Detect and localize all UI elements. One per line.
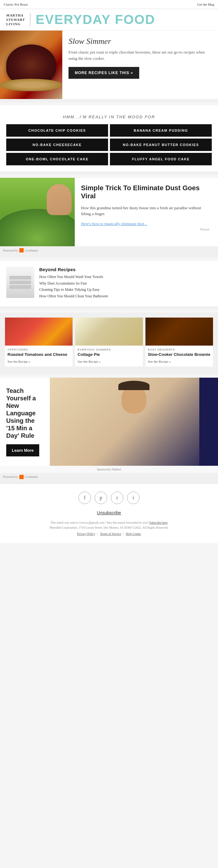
footer-separator-2: | (123, 532, 125, 535)
divider-1 (0, 99, 218, 102)
lang-ad-inner: Teach Yourself a New Language Using the … (0, 378, 218, 466)
recipe-3-link[interactable]: See the Recipe » (148, 360, 171, 363)
liveintent-brand-2: LiveIntent (25, 475, 38, 478)
recipe-3-category: EASY DESSERTS (148, 348, 211, 351)
instagram-icon[interactable]: i (127, 492, 139, 504)
logo-line3: LIVING (6, 22, 25, 26)
mood-btn-banana-cream[interactable]: BANANA CREAM PUDDING (110, 124, 212, 137)
recipe-card-2: EVERYDAY DINNERS Cottage Pie See the Rec… (75, 317, 143, 367)
beyond-link-3[interactable]: Cleaning Tips to Make Tidying Up Easy (39, 287, 212, 292)
divider-6 (0, 481, 218, 484)
mood-section: HMM...I'M REALLY IN THE MOOD FOR CHOCOLA… (0, 105, 218, 172)
woman-face-visual (115, 381, 153, 428)
divider-4 (0, 306, 218, 309)
recipe-2-name: Cottage Pie (77, 352, 140, 357)
towel-stripe-1 (9, 276, 31, 280)
beyond-link-4[interactable]: How Often You Should Clean Your Bathroom (39, 294, 212, 299)
recipe-2-link[interactable]: See the Recipe » (77, 360, 101, 363)
footer-separator-1: | (97, 532, 99, 535)
lang-ad-section: Teach Yourself a New Language Using the … (0, 378, 218, 473)
ad-section-1: Simple Trick To Eliminate Dust Goes Vira… (0, 178, 218, 246)
liveintent-brand-1: LiveIntent (25, 249, 38, 252)
mood-btn-one-bowl[interactable]: ONE-BOWL CHOCOLATE CAKE (6, 153, 108, 165)
navy-bg (199, 378, 218, 466)
face-bang (121, 384, 146, 390)
ad1-image (0, 178, 75, 246)
powered-by-bar-1: Powered by LiveIntent (0, 246, 218, 254)
dessert-image (146, 317, 213, 346)
beyond-content: Beyond Recipes How Often You Should Wash… (39, 267, 212, 300)
footer-subscribe-link[interactable]: Subscribe here (149, 521, 167, 524)
mood-title: HMM...I'M REALLY IN THE MOOD FOR (6, 115, 212, 119)
lang-ad-content: Teach Yourself a New Language Using the … (0, 378, 50, 466)
mood-grid: CHOCOLATE CHIP COOKIES BANANA CREAM PUDD… (6, 124, 212, 165)
recipe-card-1: APPETIZERS Roasted Tomatoes and Cheese S… (5, 317, 72, 367)
hero-cta-button[interactable]: MORE RECIPES LIKE THIS » (68, 67, 139, 79)
hero-image (0, 31, 62, 99)
lang-ad-cta-button[interactable]: Learn More (6, 444, 39, 457)
towel-visual (6, 267, 34, 298)
recipe-3-name: Slow-Cooker Chocolate Brownie (148, 352, 211, 357)
recipe-1-category: APPETIZERS (7, 348, 70, 351)
recipe-grid: APPETIZERS Roasted Tomatoes and Cheese S… (5, 317, 213, 367)
liveintent-icon-1 (19, 248, 24, 252)
social-icons: f p t i (6, 492, 212, 504)
top-nav-left-link[interactable]: Classic Pot Roast (4, 2, 28, 6)
recipe-1-link[interactable]: See the Recipe » (7, 360, 31, 363)
privacy-policy-link[interactable]: Privacy Policy (77, 532, 95, 535)
beyond-section: Beyond Recipes How Often You Should Wash… (0, 260, 218, 306)
footer: f p t i Unsubscribe This email was sent … (0, 484, 218, 543)
recipe-card-2-body: EVERYDAY DINNERS Cottage Pie See the Rec… (75, 346, 143, 367)
appetizer-image (5, 317, 72, 346)
unsubscribe-link[interactable]: Unsubscribe (6, 510, 212, 515)
top-nav: Classic Pot Roast Get the Mag (0, 0, 218, 9)
recipe-2-category: EVERYDAY DINNERS (77, 348, 140, 351)
ad1-description: How this grandma turned her dusty house … (81, 205, 212, 217)
ad1-label: Natural (81, 226, 212, 232)
header-title: EVERYDAY FOOD (35, 12, 155, 27)
ad1-link[interactable]: Here's how to magically eliminate dust..… (81, 221, 147, 226)
pinterest-icon[interactable]: p (95, 492, 107, 504)
lang-ad-sponsored: Sponsored | Babbel (0, 466, 218, 473)
beyond-link-2[interactable]: Why Dust Accumulates So Fast (39, 281, 212, 286)
terms-link[interactable]: Terms of Service (100, 532, 121, 535)
twitter-icon[interactable]: t (111, 492, 123, 504)
powered-by-text-1: Powered by (3, 249, 18, 252)
lang-ad-title: Teach Yourself a New Language Using the … (6, 387, 43, 439)
mood-btn-chocolate-chip[interactable]: CHOCOLATE CHIP COOKIES (6, 124, 108, 137)
recipe-card-1-body: APPETIZERS Roasted Tomatoes and Cheese S… (5, 346, 72, 367)
mood-btn-no-bake-cheesecake[interactable]: NO-BAKE CHEESECAKE (6, 138, 108, 151)
beyond-image (6, 267, 34, 298)
hero-title: Slow Simmer (68, 37, 212, 46)
mood-btn-no-bake-peanut[interactable]: NO-BAKE PEANUT BUTTER COOKIES (110, 138, 212, 151)
ad1-headline: Simple Trick To Eliminate Dust Goes Vira… (81, 184, 212, 200)
ad1-content: Simple Trick To Eliminate Dust Goes Vira… (75, 178, 218, 246)
beyond-title: Beyond Recipes (39, 267, 212, 272)
hero-description: From classic pot roast to triple chocola… (68, 49, 212, 61)
divider-5 (0, 371, 218, 375)
powered-by-bar-2: Powered by LiveIntent (0, 473, 218, 481)
logo-line2: STEWART (6, 18, 25, 22)
hero-content: Slow Simmer From classic pot roast to tr… (62, 31, 218, 99)
help-link[interactable]: Help Center (126, 532, 141, 535)
beyond-link-1[interactable]: How Often You Should Wash Your Towels (39, 275, 212, 280)
header: MARTHA STEWART LIVING EVERYDAY FOOD (0, 9, 218, 31)
dinner-image (75, 317, 143, 346)
footer-legal-2: Meredith Corporation, 1716 Locust Street… (6, 525, 212, 530)
logo-line1: MARTHA (6, 13, 25, 18)
pot-roast-visual (6, 44, 56, 85)
recipe-card-3-image (146, 317, 213, 346)
header-logo: MARTHA STEWART LIVING (6, 13, 31, 27)
facebook-icon[interactable]: f (79, 492, 91, 504)
recipe-card-1-image (5, 317, 72, 346)
footer-legal-text-1: This email was sent to xxxxxx@gmail.com … (51, 521, 149, 524)
footer-links: Privacy Policy | Terms of Service | Help… (6, 532, 212, 535)
divider-3 (0, 254, 218, 257)
footer-legal-1: This email was sent to xxxxxx@gmail.com … (6, 520, 212, 525)
recipe-card-2-image (75, 317, 143, 346)
hand-visual (47, 184, 72, 215)
towel-stripe-3 (9, 285, 31, 289)
powered-by-text-2: Powered by (3, 475, 18, 478)
top-nav-right-link[interactable]: Get the Mag (197, 2, 214, 6)
mood-btn-angel-food[interactable]: FLUFFY ANGEL FOOD CAKE (110, 153, 212, 165)
